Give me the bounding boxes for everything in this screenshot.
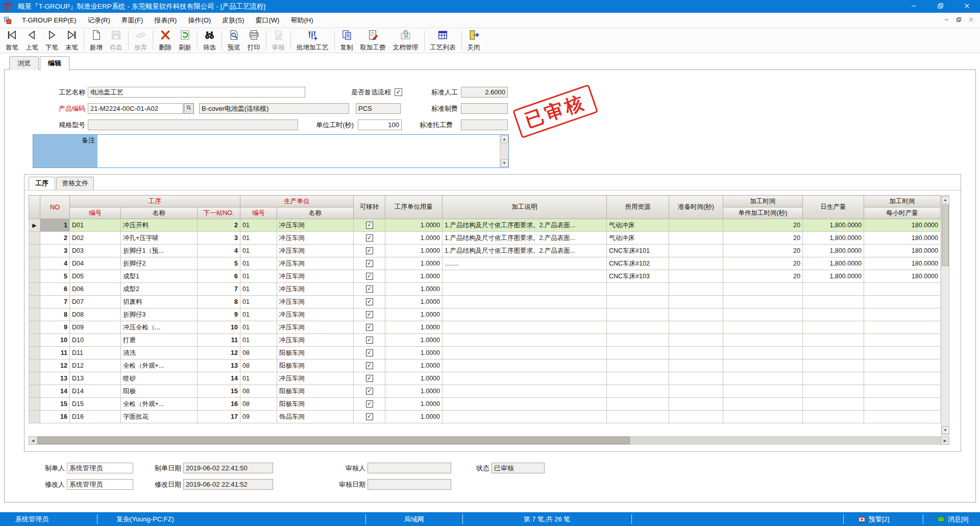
cell-daily[interactable]	[803, 283, 864, 296]
cell-unit_name[interactable]: 阳极车间	[277, 398, 354, 411]
checked-checkbox-icon[interactable]: ✓	[366, 260, 373, 267]
cell-movable-checkbox[interactable]: ✓	[354, 347, 385, 360]
cell-unit_name[interactable]: 冲压车间	[277, 334, 354, 347]
view-tab-browse[interactable]: 浏览	[9, 56, 39, 70]
cell-no[interactable]: 5	[40, 270, 70, 283]
cell-unit_time[interactable]: 20	[723, 257, 803, 270]
cell-resource[interactable]	[607, 385, 669, 398]
cell-hourly[interactable]	[864, 321, 941, 334]
cell-desc[interactable]: 1.产品结构及尺寸依工序图要求。2.产品表面...	[443, 245, 607, 257]
checked-checkbox-icon[interactable]: ✓	[366, 298, 373, 305]
cell-usage[interactable]: 1.0000	[385, 334, 443, 347]
cell-resource[interactable]: 气动冲床	[607, 219, 669, 232]
cell-unit_time[interactable]	[723, 411, 803, 423]
cell-prep[interactable]	[669, 385, 723, 398]
cell-movable-checkbox[interactable]: ✓	[354, 398, 385, 411]
cell-desc[interactable]	[443, 398, 607, 411]
cell-name[interactable]: 折脚仔1（预...	[121, 245, 198, 257]
cell-movable-checkbox[interactable]: ✓	[354, 308, 385, 321]
grid-vertical-scrollbar[interactable]: ▲ ▼	[941, 195, 949, 435]
cell-hourly[interactable]: 180.0000	[864, 270, 941, 283]
cell-unit_code[interactable]: 01	[240, 372, 277, 385]
cell-name[interactable]: 成型2	[121, 283, 198, 296]
toolbar-button-batch-add[interactable]: 批增加工艺	[293, 29, 332, 52]
cell-usage[interactable]: 1.0000	[385, 385, 443, 398]
cell-desc[interactable]	[443, 321, 607, 334]
cell-usage[interactable]: 1.0000	[385, 283, 443, 296]
toolbar-button-nav-prev[interactable]: 上笔	[22, 29, 42, 52]
row-selector[interactable]	[29, 270, 40, 283]
cell-hourly[interactable]	[864, 385, 941, 398]
row-selector[interactable]	[29, 411, 40, 423]
checked-checkbox-icon[interactable]: ✓	[366, 311, 373, 318]
cell-desc[interactable]	[443, 270, 607, 283]
cell-next[interactable]: 16	[198, 398, 240, 411]
cell-prep[interactable]	[669, 257, 723, 270]
cell-unit_code[interactable]: 01	[240, 321, 277, 334]
cell-code[interactable]: D03	[70, 245, 121, 257]
grid-vscroll-thumb[interactable]	[942, 205, 949, 266]
cell-hourly[interactable]	[864, 308, 941, 321]
cell-usage[interactable]: 1.0000	[385, 360, 443, 372]
cell-name[interactable]: 折脚仔3	[121, 308, 198, 321]
row-selector[interactable]	[29, 257, 40, 270]
mdi-restore-button[interactable]	[952, 15, 965, 26]
cell-next[interactable]: 12	[198, 347, 240, 360]
cell-hourly[interactable]: 180.0000	[864, 245, 941, 257]
cell-resource[interactable]: CNC车床#102	[607, 257, 669, 270]
cell-unit_name[interactable]: 阳极车间	[277, 385, 354, 398]
cell-unit_time[interactable]	[723, 360, 803, 372]
remark-input[interactable]	[97, 135, 500, 168]
cell-unit_name[interactable]: 冲压车间	[277, 257, 354, 270]
cell-no[interactable]: 6	[40, 283, 70, 296]
cell-unit_time[interactable]: 20	[723, 219, 803, 232]
cell-unit_name[interactable]: 阳极车间	[277, 360, 354, 372]
cell-hourly[interactable]	[864, 360, 941, 372]
cell-next[interactable]: 14	[198, 372, 240, 385]
cell-next[interactable]: 4	[198, 245, 240, 257]
cell-name[interactable]: 成型1	[121, 270, 198, 283]
cell-code[interactable]: D01	[70, 219, 121, 232]
cell-name[interactable]: 打磨	[121, 334, 198, 347]
detail-tab-process-steps[interactable]: 工序	[29, 177, 55, 190]
row-selector[interactable]	[29, 296, 40, 308]
cell-unit_name[interactable]: 饰品车间	[277, 411, 354, 423]
cell-unit_code[interactable]: 09	[240, 411, 277, 423]
grid-scroll-right-icon[interactable]: ►	[941, 436, 949, 445]
cell-usage[interactable]: 1.0000	[385, 270, 443, 283]
cell-movable-checkbox[interactable]: ✓	[354, 321, 385, 334]
cell-daily[interactable]	[803, 308, 864, 321]
cell-usage[interactable]: 1.0000	[385, 257, 443, 270]
cell-prep[interactable]	[669, 308, 723, 321]
cell-no[interactable]: 11	[40, 347, 70, 360]
cell-unit_name[interactable]: 冲压车间	[277, 283, 354, 296]
cell-next[interactable]: 5	[198, 257, 240, 270]
cell-desc[interactable]	[443, 334, 607, 347]
grid-horizontal-scrollbar[interactable]: ◄ ►	[29, 436, 949, 445]
cell-movable-checkbox[interactable]: ✓	[354, 257, 385, 270]
row-selector[interactable]	[29, 347, 40, 360]
row-selector[interactable]	[29, 398, 40, 411]
cell-usage[interactable]: 1.0000	[385, 372, 443, 385]
cell-next[interactable]: 17	[198, 411, 240, 423]
cell-desc[interactable]	[443, 347, 607, 360]
cell-unit_time[interactable]	[723, 308, 803, 321]
cell-unit_name[interactable]: 冲压车间	[277, 321, 354, 334]
cell-movable-checkbox[interactable]: ✓	[354, 360, 385, 372]
toolbar-button-nav-next[interactable]: 下笔	[42, 29, 62, 52]
view-tab-edit[interactable]: 编辑	[40, 56, 69, 70]
cell-movable-checkbox[interactable]: ✓	[354, 219, 385, 232]
cell-no[interactable]: 8	[40, 308, 70, 321]
cell-unit_name[interactable]: 冲压车间	[277, 296, 354, 308]
row-selector[interactable]	[29, 245, 40, 257]
cell-unit_code[interactable]: 01	[240, 283, 277, 296]
cell-unit_code[interactable]: 01	[240, 245, 277, 257]
checked-checkbox-icon[interactable]: ✓	[366, 413, 373, 420]
cell-next[interactable]: 10	[198, 321, 240, 334]
process-name-input[interactable]: 电池盖工艺	[88, 87, 305, 98]
grid-scroll-down-icon[interactable]: ▼	[942, 426, 949, 434]
cell-prep[interactable]	[669, 360, 723, 372]
cell-code[interactable]: D11	[70, 347, 121, 360]
cell-code[interactable]: D09	[70, 321, 121, 334]
cell-usage[interactable]: 1.0000	[385, 296, 443, 308]
